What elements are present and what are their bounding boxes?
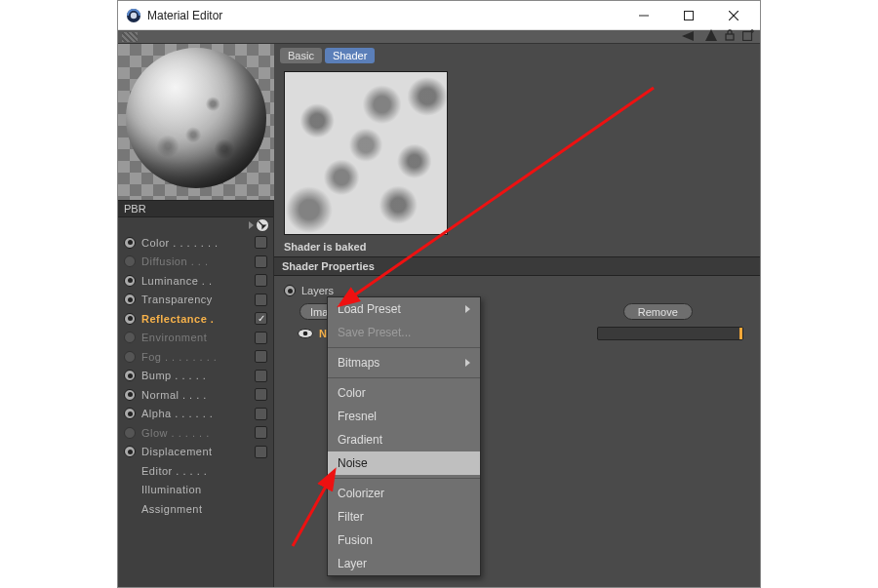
menu-colorizer[interactable]: Colorizer (328, 482, 480, 505)
material-preview[interactable] (118, 44, 274, 200)
svg-marker-6 (682, 31, 694, 41)
channel-label: Environment (141, 332, 249, 343)
channel-row[interactable]: Displacement (118, 443, 273, 462)
channel-label: Color . . . . . . . (141, 237, 249, 249)
channel-label: Reflectance . (141, 313, 249, 325)
channel-radio[interactable] (124, 313, 136, 325)
channel-label: Displacement (141, 446, 249, 457)
channel-label: Normal . . . . (141, 389, 249, 401)
menu-filter[interactable]: Filter (328, 505, 480, 529)
close-button[interactable] (711, 1, 756, 30)
channel-radio[interactable] (124, 294, 136, 305)
channel-row[interactable]: Editor . . . . . (118, 461, 273, 481)
eye-icon[interactable] (298, 328, 313, 339)
channel-row[interactable]: Transparency (118, 291, 273, 310)
channel-radio[interactable] (124, 255, 136, 267)
channel-radio[interactable] (124, 275, 136, 287)
menu-gradient[interactable]: Gradient (328, 428, 480, 451)
menu-bitmaps[interactable]: Bitmaps (328, 351, 480, 374)
material-name[interactable]: PBR (124, 203, 267, 215)
channel-checkbox[interactable] (255, 370, 267, 382)
channel-radio[interactable] (124, 446, 136, 457)
channel-checkbox[interactable] (255, 446, 267, 458)
channel-row[interactable]: Glow . . . . . . (118, 423, 273, 443)
menu-layer[interactable]: Layer (328, 552, 480, 575)
channel-label: Assignment (141, 503, 249, 515)
channel-row[interactable]: Illumination (118, 481, 273, 500)
window-controls (621, 1, 756, 30)
menu-bitmaps-label: Bitmaps (338, 356, 379, 370)
window-toolbar (118, 30, 760, 44)
channel-label: Luminance . . (141, 275, 249, 287)
menu-save-preset[interactable]: Save Preset... (328, 321, 480, 344)
new-tab-icon[interactable] (742, 29, 754, 44)
channel-row[interactable]: Environment (118, 329, 273, 348)
maximize-button[interactable] (666, 1, 711, 30)
window-title: Material Editor (147, 9, 621, 22)
channel-row[interactable]: Color . . . . . . . (118, 233, 273, 253)
channel-label: Diffusion . . . (141, 255, 249, 267)
channel-label: Transparency (141, 294, 249, 305)
channel-row[interactable]: Assignment (118, 499, 273, 519)
channel-label: Illumination (141, 484, 249, 495)
minimize-button[interactable] (621, 1, 666, 30)
menu-fresnel[interactable]: Fresnel (328, 405, 480, 428)
channel-radio[interactable] (124, 408, 136, 419)
shader-properties-header: Shader Properties (274, 256, 760, 276)
lock-icon[interactable] (725, 29, 735, 44)
menu-separator (328, 377, 480, 378)
channel-row[interactable]: Reflectance . (118, 309, 273, 329)
channels-panel: PBR Color . . . . . . .Diffusion . . .Lu… (118, 44, 274, 587)
menu-noise[interactable]: Noise (328, 451, 480, 475)
channel-label: Bump . . . . . (141, 370, 249, 381)
tabs-row: Basic Shader (274, 44, 760, 67)
channel-checkbox[interactable] (255, 388, 267, 401)
shader-preview[interactable] (284, 71, 448, 235)
opacity-slider[interactable] (597, 327, 743, 340)
menu-separator (328, 347, 480, 348)
drag-grip-icon[interactable] (122, 32, 138, 42)
channel-radio[interactable] (124, 351, 136, 363)
channel-row[interactable]: Luminance . . (118, 271, 273, 291)
channel-radio[interactable] (124, 427, 136, 439)
material-name-bar: PBR (118, 200, 273, 217)
svg-rect-8 (726, 34, 734, 40)
svg-point-1 (131, 12, 137, 18)
menu-save-preset-label: Save Preset... (338, 326, 411, 339)
shader-context-menu: Load Preset Save Preset... Bitmaps Color… (327, 296, 481, 576)
menu-color[interactable]: Color (328, 381, 480, 405)
up-arrow-icon[interactable] (705, 29, 717, 44)
layers-radio[interactable] (284, 285, 296, 296)
channel-checkbox[interactable] (255, 408, 267, 420)
menu-load-preset-label: Load Preset (338, 302, 401, 316)
channel-label: Alpha . . . . . . (141, 408, 249, 419)
channel-checkbox[interactable] (255, 274, 267, 287)
channel-row[interactable]: Fog . . . . . . . . (118, 347, 273, 367)
tab-shader[interactable]: Shader (325, 48, 375, 63)
back-arrow-icon[interactable] (682, 30, 698, 44)
channel-checkbox[interactable] (255, 332, 267, 344)
channel-row[interactable]: Bump . . . . . (118, 367, 273, 386)
menu-fusion[interactable]: Fusion (328, 529, 480, 552)
channel-checkbox[interactable] (255, 294, 267, 306)
channel-checkbox[interactable] (255, 426, 267, 439)
channel-row[interactable]: Diffusion . . . (118, 253, 273, 272)
channel-checkbox[interactable] (255, 236, 267, 249)
remove-button[interactable]: Remove (623, 303, 693, 320)
channel-radio[interactable] (124, 370, 136, 381)
app-icon (126, 8, 141, 23)
channel-row[interactable]: Normal . . . . (118, 385, 273, 405)
channel-checkbox[interactable] (255, 255, 267, 268)
menu-load-preset[interactable]: Load Preset (328, 297, 480, 321)
channel-label: Fog . . . . . . . . (141, 351, 249, 363)
picker-icon[interactable] (256, 218, 269, 232)
channel-radio[interactable] (124, 332, 136, 343)
channel-checkbox[interactable] (255, 350, 267, 363)
channel-checkbox[interactable] (255, 312, 267, 325)
channel-radio[interactable] (124, 389, 136, 401)
expand-arrow-icon[interactable] (249, 221, 254, 229)
svg-marker-7 (705, 29, 717, 41)
channel-radio[interactable] (124, 237, 136, 249)
channel-row[interactable]: Alpha . . . . . . (118, 405, 273, 424)
tab-basic[interactable]: Basic (280, 48, 322, 63)
